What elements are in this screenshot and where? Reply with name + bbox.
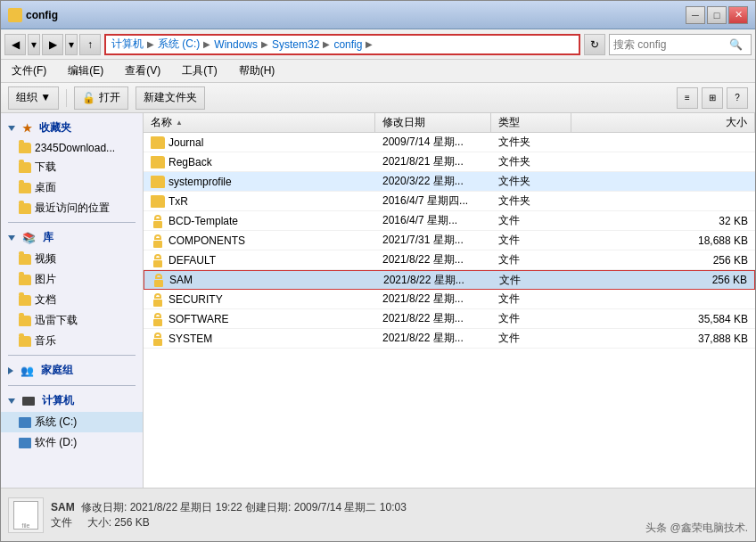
minimize-button[interactable]: ─ — [686, 6, 705, 24]
file-size-cell: 32 KB — [571, 215, 755, 227]
sidebar-item-documents[interactable]: 文档 — [1, 290, 143, 310]
search-input[interactable] — [613, 38, 729, 51]
status-file-inner-icon: file — [13, 501, 38, 530]
back-button[interactable]: ◀ — [4, 34, 26, 55]
sidebar-item-music[interactable]: 音乐 — [1, 331, 143, 351]
sidebar-item-recent[interactable]: 最近访问的位置 — [1, 198, 143, 218]
open-button[interactable]: 🔓 打开 — [74, 86, 128, 110]
file-date-cell: 2016/4/7 星期... — [375, 213, 491, 228]
col-header-type[interactable]: 类型 — [491, 113, 571, 132]
file-name: BCD-Template — [168, 215, 238, 227]
sidebar-item-c-drive[interactable]: 系统 (C:) — [1, 412, 143, 432]
window-icon — [8, 8, 22, 22]
refresh-button[interactable]: ↻ — [584, 34, 605, 55]
file-type-cell: 文件夹 — [491, 135, 571, 150]
status-text: SAM 修改日期: 2021/8/22 星期日 19:22 创建日期: 2009… — [51, 500, 638, 530]
file-name-cell: SECURITY — [144, 292, 375, 307]
col-header-name[interactable]: 名称 ▲ — [144, 113, 375, 132]
view-list-button[interactable]: ≡ — [677, 87, 698, 109]
col-header-size[interactable]: 大小 — [571, 113, 755, 132]
sidebar-item-d-drive[interactable]: 软件 (D:) — [1, 432, 143, 453]
sidebar-item-videos[interactable]: 视频 — [1, 249, 143, 269]
sidebar-header-library[interactable]: 📚 库 — [1, 226, 143, 249]
toolbar-separator — [66, 89, 67, 107]
help-button[interactable]: ? — [727, 87, 748, 109]
menu-help[interactable]: 帮助(H) — [235, 62, 279, 80]
file-row[interactable]: SYSTEM 2021/8/22 星期... 文件 37,888 KB — [144, 329, 755, 349]
status-bar: file SAM 修改日期: 2021/8/22 星期日 19:22 创建日期:… — [1, 488, 755, 541]
file-row[interactable]: SOFTWARE 2021/8/22 星期... 文件 35,584 KB — [144, 309, 755, 329]
homegroup-expand-icon — [8, 367, 13, 374]
col-header-date[interactable]: 修改日期 — [375, 113, 491, 132]
file-size-cell: 18,688 KB — [571, 234, 755, 247]
menu-file[interactable]: 文件(F) — [8, 62, 50, 80]
file-name: systemprofile — [168, 176, 232, 188]
sidebar: ★ 收藏夹 2345Download... 下载 桌面 最近访问的位 — [1, 113, 144, 488]
sidebar-item-thunder[interactable]: 迅雷下载 — [1, 310, 143, 331]
file-row[interactable]: SECURITY 2021/8/22 星期... 文件 — [144, 290, 755, 309]
title-buttons: ─ □ ✕ — [686, 6, 748, 24]
file-row[interactable]: COMPONENTS 2021/7/31 星期... 文件 18,688 KB — [144, 231, 755, 250]
file-row[interactable]: TxR 2016/4/7 星期四... 文件夹 — [144, 192, 755, 211]
up-button[interactable]: ↑ — [79, 34, 101, 55]
file-row[interactable]: DEFAULT 2021/8/22 星期... 文件 256 KB — [144, 250, 755, 270]
folder-icon — [151, 156, 165, 168]
menu-edit[interactable]: 编辑(E) — [64, 62, 107, 80]
sidebar-item-images-label: 图片 — [35, 272, 56, 287]
file-name-cell: SOFTWARE — [144, 312, 375, 326]
organize-button[interactable]: 组织 ▼ — [8, 86, 59, 110]
lock-icon — [151, 214, 165, 228]
back-dropdown[interactable]: ▾ — [28, 34, 40, 55]
folder-icon-music — [19, 336, 31, 347]
search-icon[interactable]: 🔍 — [729, 38, 743, 51]
file-name: RegBack — [168, 156, 212, 168]
close-button[interactable]: ✕ — [728, 6, 748, 24]
watermark: 头条 @鑫荣电脑技术. — [645, 521, 748, 536]
file-type-cell: 文件夹 — [491, 193, 571, 209]
new-folder-button[interactable]: 新建文件夹 — [136, 86, 205, 110]
toolbar-right: ≡ ⊞ ? — [677, 87, 748, 109]
file-name: TxR — [168, 195, 188, 208]
sidebar-item-desktop[interactable]: 桌面 — [1, 177, 143, 198]
file-row[interactable]: Journal 2009/7/14 星期... 文件夹 — [144, 133, 755, 152]
file-name-cell: SYSTEM — [144, 332, 375, 346]
menu-view[interactable]: 查看(V) — [121, 62, 164, 80]
file-rows: Journal 2009/7/14 星期... 文件夹 RegBack 2021… — [144, 133, 755, 488]
search-box[interactable]: 🔍 — [609, 34, 752, 55]
sidebar-item-thunder-label: 迅雷下载 — [35, 313, 78, 328]
sidebar-header-homegroup[interactable]: 👥 家庭组 — [1, 359, 143, 382]
file-row[interactable]: BCD-Template 2016/4/7 星期... 文件 32 KB — [144, 211, 755, 231]
forward-dropdown[interactable]: ▾ — [65, 34, 78, 55]
folder-icon-2345 — [19, 143, 31, 153]
path-computer[interactable]: 计算机 — [111, 37, 144, 52]
forward-button[interactable]: ▶ — [42, 34, 63, 55]
sidebar-header-computer[interactable]: 计算机 — [1, 390, 143, 412]
address-path[interactable]: 计算机 ▶ 系统 (C:) ▶ Windows ▶ System32 ▶ con… — [104, 34, 580, 55]
file-date-cell: 2016/4/7 星期四... — [375, 193, 491, 209]
path-windows[interactable]: Windows — [214, 38, 258, 51]
file-name: SYSTEM — [168, 333, 212, 345]
path-system32[interactable]: System32 — [272, 38, 319, 51]
lock-icon — [151, 312, 165, 326]
sidebar-item-images[interactable]: 图片 — [1, 269, 143, 290]
view-icon-button[interactable]: ⊞ — [702, 87, 723, 109]
sidebar-item-downloads[interactable]: 下载 — [1, 157, 143, 177]
maximize-button[interactable]: □ — [707, 6, 727, 24]
favorites-expand-icon — [8, 126, 15, 131]
path-c[interactable]: 系统 (C:) — [158, 37, 200, 52]
file-row[interactable]: RegBack 2021/8/21 星期... 文件夹 — [144, 152, 755, 172]
nav-buttons: ◀ ▾ ▶ ▾ ↑ — [4, 34, 101, 55]
sidebar-item-downloads-label: 下载 — [35, 160, 56, 175]
file-row[interactable]: systemprofile 2020/3/22 星期... 文件夹 — [144, 172, 755, 192]
sidebar-item-2345downloads[interactable]: 2345Download... — [1, 139, 143, 157]
sidebar-header-favorites[interactable]: ★ 收藏夹 — [1, 117, 143, 139]
file-name-cell: COMPONENTS — [144, 234, 375, 248]
path-config[interactable]: config — [333, 38, 362, 51]
sidebar-section-homegroup: 👥 家庭组 — [1, 359, 143, 382]
window-title: config — [26, 9, 58, 21]
file-row[interactable]: SAM 2021/8/22 星期... 文件 256 KB — [144, 270, 755, 290]
sidebar-item-music-label: 音乐 — [35, 333, 56, 349]
menu-tools[interactable]: 工具(T) — [178, 62, 220, 80]
sidebar-divider-1 — [8, 222, 136, 223]
open-label: 🔓 — [82, 92, 95, 104]
